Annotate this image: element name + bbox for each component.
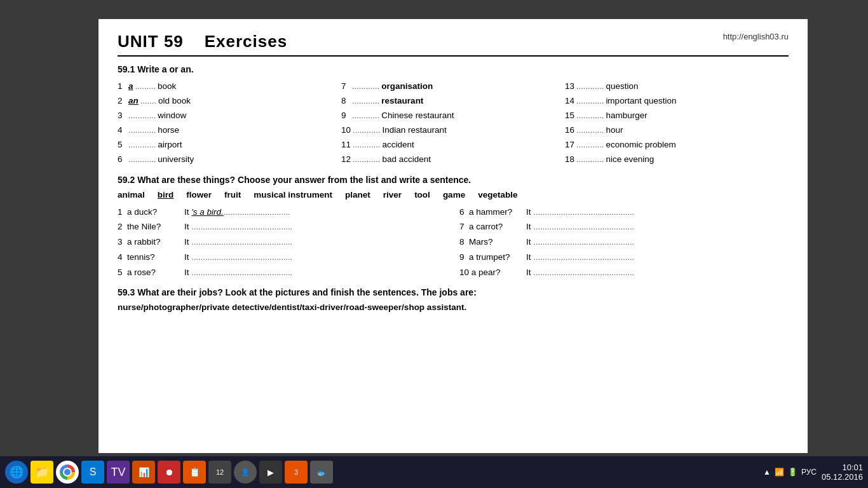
item-2: 2 an ....... old book (118, 94, 341, 109)
section-592: 59.2 What are these things? Choose your … (118, 175, 789, 280)
item-1: 1 a ......... book (118, 79, 341, 94)
media-icon[interactable]: ▶ (259, 461, 282, 484)
sent-8: 8 Mars? It .............................… (459, 234, 789, 250)
orange-app-icon[interactable]: 📋 (183, 461, 206, 484)
sent-2: 2 the Nile? It .........................… (118, 219, 447, 234)
section-592-num: 59.2 (118, 175, 135, 185)
date-display: 05.12.2016 (822, 472, 863, 482)
item-11: 11 ............ accident (341, 138, 565, 152)
sentence-col-left: 1 a duck? It 's a bird..................… (118, 205, 447, 280)
unit-header: UNIT 59 Exercises http://english03.ru (118, 32, 789, 51)
word-vegetable: vegetable (478, 190, 517, 200)
word-musical: musical instrument (254, 190, 332, 200)
section-591-title: 59.1 Write a or an. (118, 64, 789, 74)
record-icon[interactable]: ⏺ (158, 461, 180, 484)
word-fruit: fruit (224, 190, 241, 200)
item-18: 18 ............ nice evening (565, 152, 789, 167)
word-flower: flower (186, 190, 212, 200)
header-divider (118, 55, 789, 57)
taskbar-right: ▲ 📶 🔋 РУС 10:01 05.12.2016 (763, 463, 863, 482)
item-16: 16 ............ hour (565, 123, 789, 138)
item-14: 14 ............ important question (565, 94, 789, 109)
word-tool: tool (414, 190, 430, 200)
item-8: 8 ............ restaurant (341, 94, 565, 109)
network-icon: ▲ (763, 468, 771, 477)
globe-icon[interactable]: 🌐 (5, 461, 28, 484)
lang-indicator: РУС (801, 468, 817, 477)
item-3: 3 ............ window (118, 109, 341, 123)
section-593-jobs: nurse/photographer/private detective/den… (118, 302, 789, 312)
section-593: 59.3 What are their jobs? Look at the pi… (118, 287, 789, 312)
item-9: 9 ............ Chinese restaurant (341, 109, 565, 123)
item-5: 5 ............ airport (118, 138, 341, 152)
item-15: 15 ............ hamburger (565, 109, 789, 123)
ppt-icon[interactable]: 📊 (132, 461, 155, 484)
word-river: river (383, 190, 402, 200)
word-planet: planet (345, 190, 370, 200)
col2: 7 ............ organisation 8 ..........… (341, 79, 565, 167)
sent-5: 5 a rose? It ...........................… (118, 265, 447, 280)
url-text: http://english03.ru (723, 32, 789, 41)
word-game: game (443, 190, 465, 200)
fish-icon[interactable]: 🐟 (310, 461, 333, 484)
item-10: 10 ............ Indian restaurant (341, 123, 565, 138)
teamviewer-icon[interactable]: TV (107, 461, 130, 484)
unit-number: UNIT 59 (118, 32, 184, 51)
word-bird: bird (158, 190, 174, 200)
word-animal: animal (118, 190, 145, 200)
num3-icon[interactable]: 3 (285, 461, 308, 484)
unit-exercises-label: Exercises (205, 32, 287, 51)
page-area: UNIT 59 Exercises http://english03.ru 59… (98, 19, 808, 453)
sentence-grid-592: 1 a duck? It 's a bird..................… (118, 205, 789, 280)
section-593-title: 59.3 What are their jobs? Look at the pi… (118, 287, 789, 297)
avatar-icon[interactable]: 👤 (234, 461, 257, 484)
screen: UNIT 59 Exercises http://english03.ru 59… (0, 0, 868, 488)
item-4: 4 ............ horse (118, 123, 341, 138)
section-591: 59.1 Write a or an. 1 a ......... book 2… (118, 64, 789, 167)
time-block: 10:01 05.12.2016 (822, 463, 863, 482)
sent-7: 7 a carrot? It .........................… (459, 219, 789, 234)
number-group-icon[interactable]: 12 (208, 461, 231, 484)
exercise-591-grid: 1 a ......... book 2 an ....... old book… (118, 79, 789, 167)
sentence-col-right: 6 a hammer? It .........................… (459, 205, 789, 280)
col1: 1 a ......... book 2 an ....... old book… (118, 79, 341, 167)
unit-title: UNIT 59 Exercises (118, 32, 287, 51)
sent-3: 3 a rabbit? It .........................… (118, 234, 447, 250)
section-591-num: 59.1 (118, 64, 135, 74)
skype-icon[interactable]: S (81, 461, 104, 484)
word-list-592: animal bird flower fruit musical instrum… (118, 190, 789, 200)
item-17: 17 ............ economic problem (565, 138, 789, 152)
files-icon[interactable]: 📁 (31, 461, 53, 484)
taskbar: 🌐 📁 S TV 📊 ⏺ 📋 12 👤 ▶ 3 🐟 ▲ 📶 🔋 РУС (0, 456, 868, 488)
section-592-title: 59.2 What are these things? Choose your … (118, 175, 789, 185)
item-13: 13 ............ question (565, 79, 789, 94)
signal-icon: 📶 (775, 468, 784, 477)
sent-1: 1 a duck? It 's a bird..................… (118, 205, 447, 220)
item-12: 12 ............ bad accident (341, 152, 565, 167)
sent-10: 10 a pear? It ..........................… (459, 265, 789, 280)
item-7: 7 ............ organisation (341, 79, 565, 94)
col3: 13 ............ question 14 ............… (565, 79, 789, 167)
sent-4: 4 tennis? It ...........................… (118, 250, 447, 265)
section-591-instruction: Write a or an. (137, 64, 193, 74)
taskbar-left: 🌐 📁 S TV 📊 ⏺ 📋 12 👤 ▶ 3 🐟 (5, 461, 333, 484)
section-593-num: 59.3 (118, 287, 135, 297)
sys-icons: ▲ 📶 🔋 РУС (763, 468, 817, 477)
sent-9: 9 a trumpet? It ........................… (459, 250, 789, 265)
item-6: 6 ............ university (118, 152, 341, 167)
section-593-instruction: What are their jobs? Look at the picture… (137, 287, 477, 297)
time-display: 10:01 (822, 463, 863, 472)
section-592-instruction: What are these things? Choose your answe… (137, 175, 471, 185)
sent-6: 6 a hammer? It .........................… (459, 205, 789, 220)
chrome-icon[interactable] (56, 461, 79, 484)
battery-icon: 🔋 (788, 468, 797, 477)
